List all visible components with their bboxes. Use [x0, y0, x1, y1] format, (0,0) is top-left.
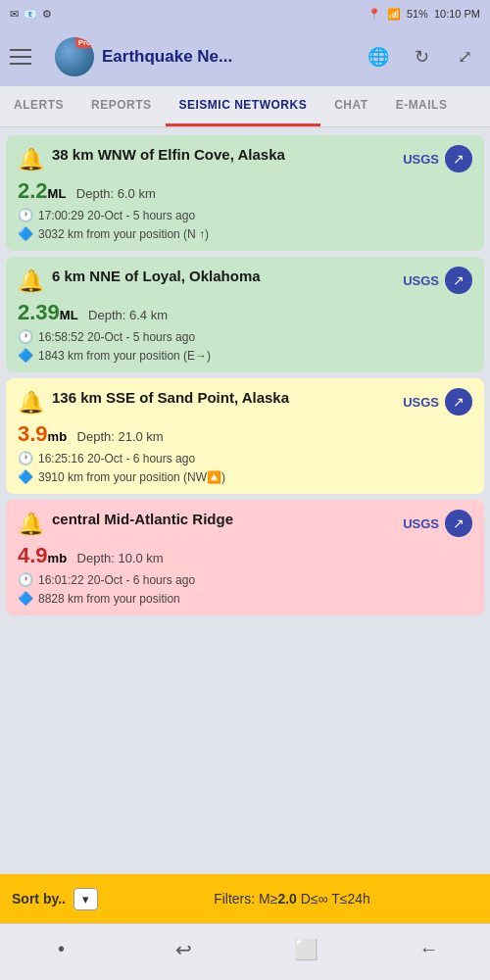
status-right: 📍 📶 51% 10:10 PM [368, 8, 480, 21]
dot-button[interactable]: • [42, 930, 81, 969]
eq-source-label-1: USGS [403, 152, 439, 167]
earthquake-card-4: 🔔 central Mid-Atlantic Ridge USGS ↗ 4.9m… [6, 500, 484, 615]
tab-seismic-networks[interactable]: SEISMIC NETWORKS [166, 86, 321, 126]
earthquake-alert-icon-4: 🔔 [18, 512, 44, 537]
eq-distance-1: 3032 km from your position (N ↑) [38, 227, 209, 241]
eq-magnitude-value-2: 2.39 [18, 300, 60, 324]
earthquake-card-2: 🔔 6 km NNE of Loyal, Oklahoma USGS ↗ 2.3… [6, 257, 484, 372]
menu-button[interactable] [10, 39, 45, 74]
eq-time-row-3: 🕐 16:25:16 20-Oct - 6 hours ago [18, 451, 472, 466]
earthquake-list: 🔔 38 km WNW of Elfin Cove, Alaska USGS ↗… [0, 127, 490, 874]
eq-share-button-3[interactable]: ↗ [445, 388, 472, 416]
eq-distance-4: 8828 km from your position [38, 592, 180, 606]
tab-alerts[interactable]: ALERTS [0, 86, 77, 126]
eq-source-share-4: USGS ↗ [403, 510, 472, 537]
tab-bar: ALERTS REPORTS SEISMIC NETWORKS CHAT E-M… [0, 86, 490, 127]
earthquake-alert-icon-2: 🔔 [18, 269, 44, 294]
eq-distance-3: 3910 km from your position (NW🔼) [38, 470, 225, 484]
eq-depth-1: Depth: 6.0 km [76, 186, 156, 201]
eq-magnitude-row-2: 2.39ML Depth: 6.4 km [18, 300, 472, 325]
eq-magnitude-value-4: 4.9 [18, 543, 48, 567]
eq-share-button-4[interactable]: ↗ [445, 510, 472, 537]
clock-icon-1: 🕐 [18, 208, 33, 222]
eq-magnitude-unit-2: ML [60, 308, 78, 322]
earthquake-alert-icon-3: 🔔 [18, 390, 44, 416]
header-actions: 🌐 ↻ ⤢ [363, 41, 480, 73]
expand-button[interactable]: ⤢ [449, 41, 480, 73]
battery-text: 51% [407, 8, 428, 20]
clock-icon-3: 🕐 [18, 451, 33, 466]
eq-magnitude-row-3: 3.9mb Depth: 21.0 km [18, 421, 472, 447]
status-bar: ✉ 📧 ⚙ 📍 📶 51% 10:10 PM [0, 0, 490, 27]
clock-icon-4: 🕐 [18, 572, 33, 587]
eq-time-row-4: 🕐 16:01:22 20-Oct - 6 hours ago [18, 572, 472, 587]
eq-header-3: 🔔 136 km SSE of Sand Point, Alaska USGS … [18, 388, 472, 416]
eq-location-3: 136 km SSE of Sand Point, Alaska [52, 388, 395, 408]
filter-magnitude: 2.0 [277, 891, 296, 906]
earthquake-alert-icon-1: 🔔 [18, 147, 44, 172]
globe-icon [55, 37, 94, 76]
tab-chat[interactable]: CHAT [320, 86, 381, 126]
tab-reports[interactable]: REPORTS [77, 86, 166, 126]
clock-icon-2: 🕐 [18, 329, 33, 344]
email-icon: 📧 [24, 8, 37, 21]
bottom-navigation: • ↩ ⬜ ← [0, 923, 490, 974]
eq-distance-row-1: 🔷 3032 km from your position (N ↑) [18, 226, 472, 241]
eq-distance-row-4: 🔷 8828 km from your position [18, 591, 472, 606]
refresh-button[interactable]: ↻ [406, 41, 437, 73]
filter-bar: Sort by.. ▾ Filters: M≥2.0 D≤∞ T≤24h [0, 874, 490, 923]
eq-distance-2: 1843 km from your position (E→) [38, 349, 211, 363]
sort-dropdown[interactable]: ▾ [74, 888, 98, 910]
filter-suffix: D≤∞ T≤24h [297, 891, 370, 906]
eq-location-1: 38 km WNW of Elfin Cove, Alaska [52, 145, 395, 165]
home-button[interactable]: ⬜ [287, 930, 326, 969]
mail-icon: ✉ [10, 8, 19, 21]
back-button[interactable]: ← [410, 930, 449, 969]
eq-magnitude-value-1: 2.2 [18, 178, 48, 203]
eq-source-label-4: USGS [403, 516, 439, 531]
eq-header-2: 🔔 6 km NNE of Loyal, Oklahoma USGS ↗ [18, 267, 472, 294]
compass-icon-2: 🔷 [18, 348, 33, 363]
eq-depth-3: Depth: 21.0 km [77, 429, 164, 444]
logo-area: Earthquake Ne... [55, 37, 353, 76]
eq-magnitude-unit-1: ML [48, 186, 67, 201]
eq-depth-2: Depth: 6.4 km [88, 308, 168, 322]
eq-depth-4: Depth: 10.0 km [77, 551, 164, 565]
eq-magnitude-unit-3: mb [48, 429, 68, 444]
eq-share-button-1[interactable]: ↗ [445, 145, 472, 172]
eq-share-button-2[interactable]: ↗ [445, 267, 472, 294]
filter-display: Filters: M≥2.0 D≤∞ T≤24h [106, 891, 478, 906]
compass-icon-3: 🔷 [18, 469, 33, 484]
tab-emails[interactable]: E-MAILS [382, 86, 462, 126]
eq-source-label-3: USGS [403, 395, 439, 410]
app-title: Earthquake Ne... [102, 47, 232, 67]
eq-magnitude-value-3: 3.9 [18, 421, 48, 446]
eq-source-share-1: USGS ↗ [403, 145, 472, 172]
earthquake-card-3: 🔔 136 km SSE of Sand Point, Alaska USGS … [6, 378, 484, 494]
sort-label: Sort by.. [12, 891, 66, 906]
eq-header-4: 🔔 central Mid-Atlantic Ridge USGS ↗ [18, 510, 472, 537]
eq-time-row-1: 🕐 17:00:29 20-Oct - 5 hours ago [18, 208, 472, 222]
sort-value: ▾ [82, 892, 89, 906]
eq-distance-row-3: 🔷 3910 km from your position (NW🔼) [18, 469, 472, 484]
filter-prefix: Filters: M≥ [214, 891, 277, 906]
status-left-icons: ✉ 📧 ⚙ [10, 8, 52, 21]
eq-time-3: 16:25:16 20-Oct - 6 hours ago [38, 452, 195, 466]
eq-source-share-3: USGS ↗ [403, 388, 472, 416]
eq-header-1: 🔔 38 km WNW of Elfin Cove, Alaska USGS ↗ [18, 145, 472, 172]
recent-apps-button[interactable]: ↩ [165, 930, 204, 969]
settings-icon-status: ⚙ [42, 8, 52, 21]
globe-button[interactable]: 🌐 [363, 41, 394, 73]
eq-magnitude-row-1: 2.2ML Depth: 6.0 km [18, 178, 472, 204]
eq-distance-row-2: 🔷 1843 km from your position (E→) [18, 348, 472, 363]
compass-icon-4: 🔷 [18, 591, 33, 606]
eq-location-4: central Mid-Atlantic Ridge [52, 510, 395, 529]
eq-location-2: 6 km NNE of Loyal, Oklahoma [52, 267, 395, 286]
compass-icon-1: 🔷 [18, 226, 33, 241]
eq-time-4: 16:01:22 20-Oct - 6 hours ago [38, 573, 195, 587]
app-header: Earthquake Ne... 🌐 ↻ ⤢ [0, 27, 490, 86]
location-icon: 📍 [368, 8, 381, 21]
time-text: 10:10 PM [434, 8, 480, 20]
eq-time-2: 16:58:52 20-Oct - 5 hours ago [38, 330, 195, 344]
eq-magnitude-unit-4: mb [48, 551, 68, 565]
